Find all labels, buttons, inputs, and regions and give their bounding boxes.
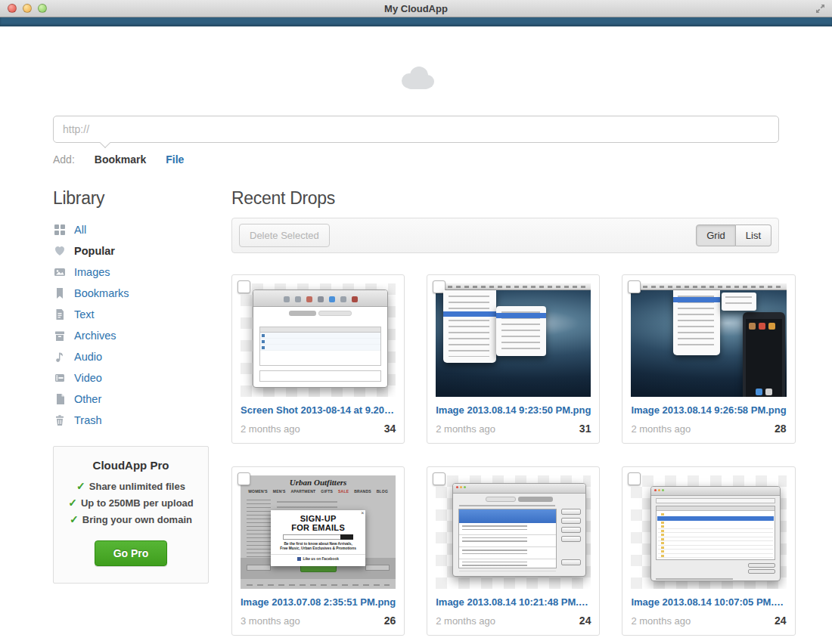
sidebar-item-label: Images xyxy=(74,266,110,278)
thumb-package-list xyxy=(656,506,775,560)
thumb-caption-line xyxy=(459,505,555,506)
thumb-side-buttons xyxy=(561,509,581,545)
thumb-window xyxy=(253,289,388,388)
thumb-footer-links xyxy=(247,584,390,586)
drop-checkbox[interactable] xyxy=(237,280,250,293)
sidebar-item-images[interactable]: Images xyxy=(53,262,209,283)
image-icon xyxy=(53,266,66,278)
sidebar-item-all[interactable]: All xyxy=(53,219,209,240)
drop-view-count: 28 xyxy=(775,423,787,435)
thumb-path-field xyxy=(656,498,775,503)
thumb-action-buttons xyxy=(656,562,775,576)
drop-filename[interactable]: Image 2013.08.14 10:21:48 PM.… xyxy=(436,596,591,608)
drop-thumbnail-desktop-menu[interactable] xyxy=(436,283,591,397)
drop-card[interactable]: Screen Shot 2013-08-14 at 9.20… 2 months… xyxy=(231,274,405,444)
sidebar-item-bookmarks[interactable]: Bookmarks xyxy=(53,283,209,304)
grid-icon xyxy=(53,224,66,236)
drop-card[interactable]: Urban Outfitters WOMEN'S MEN'S APARTMENT… xyxy=(231,466,405,636)
check-icon: ✓ xyxy=(76,480,85,492)
library-heading: Library xyxy=(53,188,209,209)
thumb-status-line xyxy=(656,578,733,580)
drop-filename[interactable]: Image 2013.08.14 10:07:05 PM.… xyxy=(631,596,786,608)
drop-filename[interactable]: Image 2013.08.14 9:26:58 PM.png xyxy=(631,404,786,416)
drop-view-count: 34 xyxy=(384,423,396,435)
drop-meta: 2 months ago 24 xyxy=(436,615,591,627)
thumb-dropdown-menu xyxy=(443,290,496,363)
drop-thumbnail-desktop-simulator[interactable] xyxy=(631,283,786,397)
drop-checkbox[interactable] xyxy=(628,280,641,293)
drop-thumbnail-avd-manager[interactable] xyxy=(436,475,591,589)
thumb-dropdown-menu xyxy=(673,290,720,355)
drop-view-count: 31 xyxy=(579,423,591,435)
sidebar-item-label: Popular xyxy=(74,245,115,257)
drop-card[interactable]: Image 2013.08.14 9:26:58 PM.png 2 months… xyxy=(622,274,795,444)
drop-checkbox[interactable] xyxy=(628,472,641,485)
drop-meta: 2 months ago 34 xyxy=(241,423,396,435)
thumb-window-titlebar xyxy=(253,290,387,307)
window-titlebar: My CloudApp xyxy=(0,0,832,17)
drop-card[interactable]: Image 2013.08.14 10:07:05 PM.… 2 months … xyxy=(622,466,795,636)
bookmark-icon xyxy=(53,287,66,299)
drop-filename[interactable]: Image 2013.07.08 2:35:51 PM.png xyxy=(241,596,396,608)
blank-doc-icon xyxy=(53,393,66,405)
pro-feature: ✓Bring your own domain xyxy=(61,513,200,525)
pro-feature-label: Bring your own domain xyxy=(82,514,192,525)
thumb-site-logo: Urban Outfitters xyxy=(241,478,396,487)
sidebar-item-text[interactable]: Text xyxy=(53,304,209,325)
thumb-window-titlebar xyxy=(453,484,585,494)
pro-feature-label: Share unlimited files xyxy=(89,481,185,492)
thumb-site-nav: WOMEN'S MEN'S APARTMENT GIFTS SALE BRAND… xyxy=(241,489,396,494)
drop-thumbnail-webpage-signup[interactable]: Urban Outfitters WOMEN'S MEN'S APARTMENT… xyxy=(241,475,396,589)
thumb-submenu xyxy=(496,306,546,356)
drop-card[interactable]: Image 2013.08.14 10:21:48 PM.… 2 months … xyxy=(427,466,600,636)
thumb-tabs xyxy=(253,311,387,316)
tab-add-bookmark[interactable]: Bookmark xyxy=(95,153,146,166)
delete-selected-button[interactable]: Delete Selected xyxy=(239,224,330,247)
view-grid-button[interactable]: Grid xyxy=(696,224,736,246)
thumb-window xyxy=(650,486,780,581)
drop-view-count: 24 xyxy=(775,615,787,627)
thumb-window xyxy=(452,483,586,577)
drop-thumbnail-sdk-manager[interactable] xyxy=(631,475,786,589)
drop-meta: 2 months ago 24 xyxy=(631,615,786,627)
text-doc-icon xyxy=(53,308,66,320)
thumb-tabs xyxy=(453,497,585,502)
drop-view-count: 26 xyxy=(384,615,396,627)
sidebar-item-label: Video xyxy=(74,372,102,384)
drop-checkbox[interactable] xyxy=(237,472,250,485)
drop-checkbox[interactable] xyxy=(433,472,445,485)
drop-card[interactable]: Image 2013.08.14 9:23:50 PM.png 2 months… xyxy=(427,274,600,444)
url-input-wrap xyxy=(53,116,779,143)
sidebar-item-label: All xyxy=(74,224,86,236)
music-note-icon xyxy=(53,351,66,363)
url-input[interactable] xyxy=(53,116,779,143)
drop-thumbnail-mac-preferences[interactable] xyxy=(241,283,396,397)
sidebar-item-audio[interactable]: Audio xyxy=(53,346,209,367)
library-list: All Popular Images Bookmarks xyxy=(53,219,209,431)
drop-age: 2 months ago xyxy=(436,423,495,435)
drop-meta: 2 months ago 31 xyxy=(436,423,591,435)
heart-icon xyxy=(53,245,66,257)
sidebar-item-other[interactable]: Other xyxy=(53,389,209,410)
tab-add-file[interactable]: File xyxy=(166,153,184,166)
sidebar-item-popular[interactable]: Popular xyxy=(53,240,209,262)
view-list-button[interactable]: List xyxy=(736,224,771,246)
upload-drop-zone xyxy=(0,64,832,91)
go-pro-button[interactable]: Go Pro xyxy=(95,540,168,566)
sidebar-item-video[interactable]: Video xyxy=(53,367,209,389)
window-title: My CloudApp xyxy=(0,3,832,14)
drop-age: 2 months ago xyxy=(436,615,495,627)
drop-filename[interactable]: Screen Shot 2013-08-14 at 9.20… xyxy=(241,404,396,416)
drop-age: 2 months ago xyxy=(631,615,691,627)
sidebar-item-archives[interactable]: Archives xyxy=(53,325,209,346)
check-icon: ✓ xyxy=(70,513,79,525)
sidebar-item-label: Trash xyxy=(74,414,102,426)
thumb-footer-panel xyxy=(259,370,381,382)
fullscreen-icon[interactable] xyxy=(815,3,826,14)
sidebar-item-label: Text xyxy=(74,308,95,320)
drops-grid: Screen Shot 2013-08-14 at 9.20… 2 months… xyxy=(231,274,779,636)
drop-filename[interactable]: Image 2013.08.14 9:23:50 PM.png xyxy=(436,404,591,416)
recent-drops-heading: Recent Drops xyxy=(231,188,779,209)
sidebar-item-trash[interactable]: Trash xyxy=(53,410,209,431)
cloud-icon xyxy=(396,64,436,91)
